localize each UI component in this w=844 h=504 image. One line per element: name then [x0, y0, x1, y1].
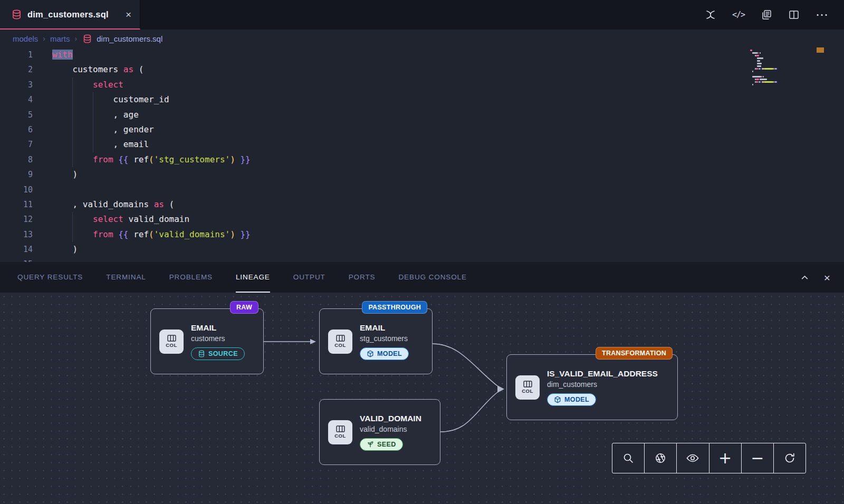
- database-icon: [12, 9, 22, 20]
- column-icon: COL: [328, 420, 352, 444]
- code-line[interactable]: 2 customers as (: [0, 62, 844, 77]
- breadcrumb-separator: ›: [75, 34, 78, 43]
- column-icon-label: COL: [522, 388, 533, 394]
- eye-icon: [686, 453, 699, 463]
- panel-tab-ports[interactable]: PORTS: [349, 262, 376, 293]
- tab-filename: dim_customers.sql: [27, 9, 109, 20]
- lineage-canvas[interactable]: +− RAWCOLEMAILcustomersSOURCEPASSTHROUGH…: [0, 293, 844, 504]
- database-icon: [83, 34, 92, 43]
- breadcrumb-item-file[interactable]: dim_customers.sql: [97, 34, 162, 43]
- code-area: 1with2 customers as (3 select4 customer_…: [0, 47, 844, 262]
- lineage-node-dim-customers-is-valid-email-address[interactable]: TRANSFORMATIONCOLIS_VALID_EMAIL_ADDRESSd…: [506, 354, 678, 420]
- refresh-icon: [784, 452, 795, 464]
- code-line[interactable]: 1with: [0, 47, 844, 62]
- code-text: with: [33, 47, 73, 62]
- code-line[interactable]: 7 , email: [0, 137, 844, 152]
- titlebar-actions: </> ⋯: [705, 0, 844, 30]
- code-line[interactable]: 13 from {{ ref('valid_domains') }}: [0, 227, 844, 242]
- indent-guide: [93, 92, 93, 152]
- code-text: ): [33, 242, 78, 257]
- zoom-in-icon: +: [718, 450, 732, 466]
- breadcrumb-item-models[interactable]: models: [13, 34, 38, 43]
- node-tag-label: SEED: [377, 441, 396, 448]
- node-badge-passthrough: PASSTHROUGH: [362, 301, 427, 314]
- node-tag-label: MODEL: [564, 396, 589, 403]
- eye-button[interactable]: [677, 443, 709, 473]
- breadcrumb-item-marts[interactable]: marts: [50, 34, 70, 43]
- line-number: 14: [0, 242, 33, 257]
- code-line[interactable]: 8 from {{ ref('stg_customers') }}: [0, 152, 844, 167]
- panel-tab-terminal[interactable]: TERMINAL: [106, 262, 146, 293]
- node-title: VALID_DOMAIN: [360, 414, 421, 423]
- panel-tab-problems[interactable]: PROBLEMS: [169, 262, 213, 293]
- aperture-icon: [655, 452, 666, 464]
- code-line[interactable]: 15: [0, 257, 844, 262]
- code-line[interactable]: 12 select valid_domain: [0, 212, 844, 227]
- line-number: 9: [0, 167, 33, 182]
- search-button[interactable]: [612, 443, 645, 473]
- code-text: , valid_domains as (: [33, 197, 174, 212]
- panel-close-icon[interactable]: ×: [824, 272, 830, 283]
- flare-icon[interactable]: [705, 9, 716, 21]
- refresh-button[interactable]: [774, 443, 805, 473]
- zoom-in-button[interactable]: +: [709, 443, 742, 473]
- code-icon[interactable]: </>: [732, 10, 745, 20]
- split-editor-icon[interactable]: [788, 9, 800, 21]
- lineage-toolbar: +−: [612, 443, 806, 473]
- source-icon: [198, 350, 205, 357]
- code-line[interactable]: 3 select: [0, 77, 844, 92]
- node-subtitle: dim_customers: [547, 380, 658, 389]
- panel-tabs: QUERY RESULTSTERMINALPROBLEMSLINEAGEOUTP…: [17, 262, 467, 293]
- code-text: from {{ ref('stg_customers') }}: [33, 152, 251, 167]
- line-number: 5: [0, 108, 33, 122]
- editor-tab-bar: dim_customers.sql × </> ⋯: [0, 0, 844, 30]
- aperture-button[interactable]: [645, 443, 677, 473]
- node-tag-source: SOURCE: [191, 347, 245, 360]
- line-number: 1: [0, 47, 33, 62]
- lineage-node-customers-email[interactable]: RAWCOLEMAILcustomersSOURCE: [150, 308, 264, 374]
- code-text: ): [33, 167, 78, 182]
- panel-tab-output[interactable]: OUTPUT: [293, 262, 325, 293]
- code-text: , age: [33, 108, 139, 122]
- code-editor[interactable]: 1with2 customers as (3 select4 customer_…: [0, 47, 844, 262]
- code-line[interactable]: 5 , age: [0, 108, 844, 122]
- indent-guide: [72, 212, 73, 242]
- panel-tab-debug-console[interactable]: DEBUG CONSOLE: [398, 262, 466, 293]
- code-line[interactable]: 10: [0, 182, 844, 197]
- code-text: [33, 182, 52, 197]
- column-icon-label: COL: [334, 433, 346, 439]
- copy-icon[interactable]: [761, 9, 772, 21]
- code-text: customer_id: [33, 92, 169, 107]
- code-text: select: [33, 77, 123, 92]
- file-tab[interactable]: dim_customers.sql ×: [0, 0, 140, 30]
- chevron-up-icon[interactable]: [800, 273, 809, 282]
- panel-tab-lineage[interactable]: LINEAGE: [236, 262, 270, 293]
- code-line[interactable]: 6 , gender: [0, 122, 844, 137]
- panel-actions: ×: [800, 272, 830, 283]
- code-line[interactable]: 14 ): [0, 242, 844, 257]
- tab-close-icon[interactable]: ×: [126, 9, 131, 20]
- column-icon: COL: [159, 329, 184, 354]
- node-tag-model: MODEL: [547, 393, 596, 406]
- line-number: 13: [0, 227, 33, 242]
- panel-tab-query-results[interactable]: QUERY RESULTS: [17, 262, 83, 293]
- node-title: EMAIL: [360, 323, 409, 333]
- breadcrumb-separator: ›: [43, 34, 45, 43]
- indent-guide: [72, 77, 73, 167]
- code-line[interactable]: 9 ): [0, 167, 844, 182]
- line-number: 12: [0, 212, 33, 227]
- bottom-panel-header: QUERY RESULTSTERMINALPROBLEMSLINEAGEOUTP…: [0, 262, 844, 293]
- minimap-marker: [817, 47, 824, 53]
- line-number: 15: [0, 257, 33, 262]
- code-text: customers as (: [33, 62, 143, 77]
- code-line[interactable]: 4 customer_id: [0, 92, 844, 107]
- zoom-out-button[interactable]: −: [742, 443, 774, 473]
- line-number: 8: [0, 152, 33, 167]
- code-line[interactable]: 11 , valid_domains as (: [0, 197, 844, 212]
- line-number: 2: [0, 62, 33, 77]
- lineage-node-stg-customers-email[interactable]: PASSTHROUGHCOLEMAILstg_customersMODEL: [319, 308, 433, 374]
- column-icon-label: COL: [166, 342, 177, 348]
- node-title: EMAIL: [191, 323, 245, 333]
- lineage-node-valid-domains-valid-domain[interactable]: COLVALID_DOMAINvalid_domainsSEED: [319, 399, 440, 465]
- minimap[interactable]: [750, 50, 812, 88]
